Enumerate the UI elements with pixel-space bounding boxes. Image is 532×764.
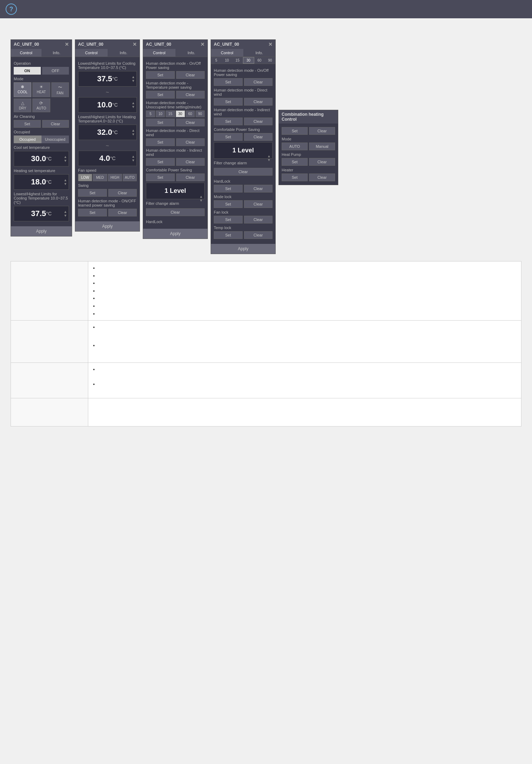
num-5[interactable]: 5: [146, 111, 155, 117]
off-button[interactable]: OFF: [42, 67, 69, 75]
p5-heat-pump-set[interactable]: Set: [282, 158, 308, 166]
mode-fan[interactable]: 〜 FAN: [51, 82, 69, 97]
p3-level-scroll[interactable]: ▲▼: [199, 195, 203, 202]
p4-temp-lock-clear[interactable]: Clear: [244, 231, 273, 239]
p2-swing-clear[interactable]: Clear: [108, 189, 137, 197]
list-item: [98, 272, 517, 280]
cooling-high-scroll[interactable]: ▲▼: [64, 210, 67, 217]
p2-human-set[interactable]: Set: [78, 209, 107, 216]
mode-cool[interactable]: ❄ COOL: [14, 82, 31, 97]
p4-comfortable-set[interactable]: Set: [214, 133, 243, 141]
p3-human-temp-clear[interactable]: Clear: [176, 91, 205, 99]
p4-fan-lock-set[interactable]: Set: [214, 216, 243, 223]
on-button[interactable]: ON: [14, 67, 41, 75]
panel-1-tab-control[interactable]: Control: [11, 49, 41, 57]
panel-4-apply[interactable]: Apply: [211, 244, 275, 254]
p4-mode-lock-set[interactable]: Set: [214, 200, 243, 208]
occupied-label: Occupied: [14, 130, 69, 134]
p4-num-90[interactable]: 90: [265, 57, 275, 64]
num-30[interactable]: 30: [176, 111, 185, 117]
mode-auto[interactable]: ⟳ AUTO: [32, 99, 50, 112]
p4-mode-lock-clear[interactable]: Clear: [244, 200, 273, 208]
panel-2-apply[interactable]: Apply: [75, 221, 140, 231]
p5-main-clear[interactable]: Clear: [309, 127, 335, 135]
air-cleaning-set[interactable]: Set: [14, 120, 41, 128]
p3-human-time-set[interactable]: Set: [146, 119, 175, 126]
panel-3-apply[interactable]: Apply: [143, 229, 207, 239]
p5-auto-btn[interactable]: AUTO: [282, 143, 308, 150]
p5-heat-pump-clear[interactable]: Clear: [309, 158, 335, 166]
fan-med[interactable]: MED: [93, 174, 107, 181]
panel-3-header: AC_UNIT_00 ✕: [143, 40, 207, 49]
p2-heating-low-scroll[interactable]: ▲▼: [132, 154, 135, 162]
p4-num-10[interactable]: 10: [222, 57, 232, 64]
panel-3-close[interactable]: ✕: [200, 42, 205, 47]
p4-hardlock-set[interactable]: Set: [214, 185, 243, 192]
fan-low[interactable]: LOW: [78, 174, 92, 181]
p3-comfortable-set[interactable]: Set: [146, 173, 175, 181]
p4-direct-wind-set[interactable]: Set: [214, 98, 243, 106]
p2-swing-set[interactable]: Set: [78, 189, 107, 197]
panel-3-tab-control[interactable]: Control: [143, 49, 175, 57]
help-icon[interactable]: ?: [6, 4, 17, 15]
num-15[interactable]: 15: [166, 111, 175, 117]
p5-heater-set[interactable]: Set: [282, 173, 308, 181]
p5-manual-btn[interactable]: Manual: [309, 143, 335, 150]
p3-direct-wind-clear[interactable]: Clear: [176, 138, 205, 146]
unoccupied-btn[interactable]: Unoccupied: [41, 135, 69, 143]
p2-human-clear[interactable]: Clear: [108, 209, 137, 216]
p4-num-5[interactable]: 5: [211, 57, 222, 64]
p5-main-set[interactable]: Set: [282, 127, 308, 135]
panel-2-tab-info[interactable]: Info.: [108, 49, 140, 57]
p4-level-scroll[interactable]: ▲▼: [267, 154, 271, 162]
num-60[interactable]: 60: [186, 111, 195, 117]
panel-3-tab-info[interactable]: Info.: [175, 49, 208, 57]
occupied-btn[interactable]: Occupied: [14, 135, 41, 143]
panel-4-tab-info[interactable]: Info.: [243, 49, 276, 57]
heat-temp-scroll[interactable]: ▲▼: [64, 178, 67, 186]
p4-direct-wind-clear[interactable]: Clear: [244, 98, 273, 106]
p4-indirect-wind-set[interactable]: Set: [214, 118, 243, 125]
p2-cooling-low-scroll[interactable]: ▲▼: [132, 101, 135, 109]
panel-4-close[interactable]: ✕: [268, 42, 273, 47]
p3-human-temp-set[interactable]: Set: [146, 91, 175, 99]
p5-heat-pump-row: Set Clear: [282, 158, 335, 166]
p5-heater-clear[interactable]: Clear: [309, 173, 335, 181]
mode-dry[interactable]: △ DRY: [14, 99, 31, 112]
cool-temp-scroll[interactable]: ▲▼: [64, 155, 67, 163]
panel-2-tab-control[interactable]: Control: [75, 49, 108, 57]
panel-1-close[interactable]: ✕: [65, 42, 69, 47]
mode-grid-2: △ DRY ⟳ AUTO: [14, 99, 69, 112]
air-cleaning-clear[interactable]: Clear: [42, 120, 69, 128]
mode-heat[interactable]: ☀ HEAT: [32, 82, 50, 97]
p4-fan-lock-clear[interactable]: Clear: [244, 216, 273, 223]
p3-human-onoff-clear[interactable]: Clear: [176, 71, 205, 79]
panel-4-tab-control[interactable]: Control: [211, 49, 243, 57]
p4-comfortable-clear[interactable]: Clear: [244, 133, 273, 141]
fan-auto[interactable]: AUTO: [123, 174, 137, 181]
p4-filter-clear[interactable]: Clear: [214, 168, 273, 176]
p3-indirect-wind-clear[interactable]: Clear: [176, 158, 205, 166]
p3-direct-wind-set[interactable]: Set: [146, 138, 175, 146]
fan-high[interactable]: HIGH: [108, 174, 122, 181]
p3-comfortable-clear[interactable]: Clear: [176, 173, 205, 181]
p3-indirect-wind-set[interactable]: Set: [146, 158, 175, 166]
p4-temp-lock-set[interactable]: Set: [214, 231, 243, 239]
panel-2-close[interactable]: ✕: [133, 42, 137, 47]
p3-human-time-clear[interactable]: Clear: [176, 119, 205, 126]
p3-human-onoff-set[interactable]: Set: [146, 71, 175, 79]
panel-1-tab-info[interactable]: Info.: [41, 49, 72, 57]
p4-num-30[interactable]: 30: [243, 57, 254, 64]
p4-num-60[interactable]: 60: [254, 57, 265, 64]
p4-human-clear[interactable]: Clear: [244, 78, 273, 86]
panel-1-apply[interactable]: Apply: [11, 226, 72, 236]
num-10[interactable]: 10: [156, 111, 165, 117]
p3-filter-clear[interactable]: Clear: [146, 208, 205, 216]
p4-hardlock-clear[interactable]: Clear: [244, 185, 273, 192]
p2-heating-high-scroll[interactable]: ▲▼: [132, 128, 135, 136]
p4-num-15[interactable]: 15: [232, 57, 243, 64]
num-90[interactable]: 90: [196, 111, 205, 117]
p2-cooling-high-scroll[interactable]: ▲▼: [132, 75, 135, 83]
p4-indirect-wind-clear[interactable]: Clear: [244, 118, 273, 125]
p4-human-set[interactable]: Set: [214, 78, 243, 86]
